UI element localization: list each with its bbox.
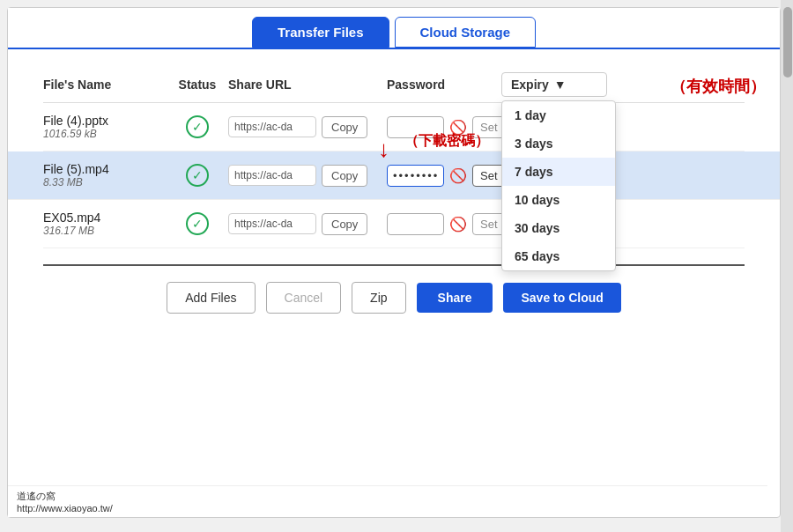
status-1: ✓ bbox=[167, 115, 228, 138]
password-cell-3: 🚫 Set bbox=[387, 213, 501, 235]
copy-btn-2[interactable]: Copy bbox=[322, 165, 367, 187]
password-cell-2: 🚫 Set bbox=[387, 165, 501, 187]
header-url: Share URL bbox=[228, 78, 387, 92]
url-cell-2: Copy bbox=[228, 165, 387, 187]
footer: 道遙の窩 http://www.xiaoyao.tw/ bbox=[8, 485, 767, 517]
status-3: ✓ bbox=[167, 212, 228, 235]
url-input-3[interactable] bbox=[228, 213, 316, 234]
expiry-option-7days[interactable]: 7 days bbox=[502, 158, 615, 186]
footer-url: http://www.xiaoyao.tw/ bbox=[17, 503, 113, 514]
set-btn-3[interactable]: Set bbox=[472, 213, 506, 235]
eye-icon-2[interactable]: 🚫 bbox=[448, 166, 469, 186]
add-files-button[interactable]: Add Files bbox=[167, 282, 255, 314]
expiry-option-3days[interactable]: 3 days bbox=[502, 129, 615, 158]
password-input-2[interactable] bbox=[387, 165, 444, 187]
footer-logo: 道遙の窩 bbox=[17, 491, 56, 501]
file-name-2: File (5).mp4 8.33 MB bbox=[43, 162, 167, 188]
password-annotation: （下載密碼） bbox=[404, 132, 489, 151]
copy-btn-1[interactable]: Copy bbox=[322, 116, 367, 138]
header-password: Password bbox=[387, 78, 501, 92]
file-table-area: （有效時間） File's Name Status Share URL Pass… bbox=[8, 49, 780, 257]
url-input-2[interactable] bbox=[228, 165, 316, 186]
arrow-icon: ↓ bbox=[378, 136, 389, 163]
expiry-option-1day[interactable]: 1 day bbox=[502, 101, 615, 129]
zip-button[interactable]: Zip bbox=[352, 282, 405, 314]
header-filename: File's Name bbox=[43, 78, 167, 92]
expiry-header-label: Expiry bbox=[511, 78, 549, 92]
file-name-1: File (4).pptx 1016.59 kB bbox=[43, 114, 167, 140]
file-name-3: EX05.mp4 316.17 MB bbox=[43, 211, 167, 237]
check-icon-1: ✓ bbox=[186, 115, 209, 138]
expiry-dropdown-menu: 1 day 3 days 7 days 10 days 30 days 65 d… bbox=[501, 100, 616, 271]
expiry-dropdown-trigger[interactable]: Expiry ▼ bbox=[501, 72, 607, 97]
tab-transfer[interactable]: Transfer Files bbox=[252, 17, 389, 48]
bottom-bar: Add Files Cancel Zip Share Save to Cloud bbox=[8, 273, 780, 328]
tab-cloud[interactable]: Cloud Storage bbox=[395, 17, 537, 48]
expiry-option-65days[interactable]: 65 days bbox=[502, 242, 615, 270]
file-row-3: EX05.mp4 316.17 MB ✓ Copy 🚫 Set 3 days bbox=[43, 200, 745, 248]
save-to-cloud-button[interactable]: Save to Cloud bbox=[503, 283, 620, 313]
table-header: File's Name Status Share URL Password Ex… bbox=[43, 67, 745, 103]
eye-icon-3[interactable]: 🚫 bbox=[448, 214, 469, 234]
divider bbox=[43, 264, 745, 266]
status-2: ✓ bbox=[167, 164, 228, 187]
expiry-option-30days[interactable]: 30 days bbox=[502, 214, 615, 242]
password-input-3[interactable] bbox=[387, 213, 444, 235]
url-cell-1: Copy bbox=[228, 116, 387, 138]
expiry-option-10days[interactable]: 10 days bbox=[502, 186, 615, 214]
check-icon-3: ✓ bbox=[186, 212, 209, 235]
header-status: Status bbox=[167, 78, 228, 92]
tab-bar: Transfer Files Cloud Storage bbox=[8, 8, 780, 49]
file-row-2: ↓ （下載密碼） File (5).mp4 8.33 MB ✓ Copy 🚫 S… bbox=[8, 151, 780, 200]
url-cell-3: Copy bbox=[228, 213, 387, 235]
cancel-button[interactable]: Cancel bbox=[266, 282, 342, 314]
url-input-1[interactable] bbox=[228, 116, 316, 137]
file-row-1: File (4).pptx 1016.59 kB ✓ Copy 🚫 Set bbox=[43, 103, 745, 151]
share-button[interactable]: Share bbox=[417, 283, 493, 313]
check-icon-2: ✓ bbox=[186, 164, 209, 187]
set-btn-2[interactable]: Set bbox=[472, 165, 506, 187]
chevron-down-icon: ▼ bbox=[554, 78, 567, 92]
main-container: Transfer Files Cloud Storage （有效時間） File… bbox=[7, 7, 781, 518]
expiry-header-cell: Expiry ▼ 1 day 3 days 7 days 10 days 30 … bbox=[501, 72, 607, 97]
copy-btn-3[interactable]: Copy bbox=[322, 213, 367, 235]
expiry-annotation: （有效時間） bbox=[671, 76, 766, 97]
